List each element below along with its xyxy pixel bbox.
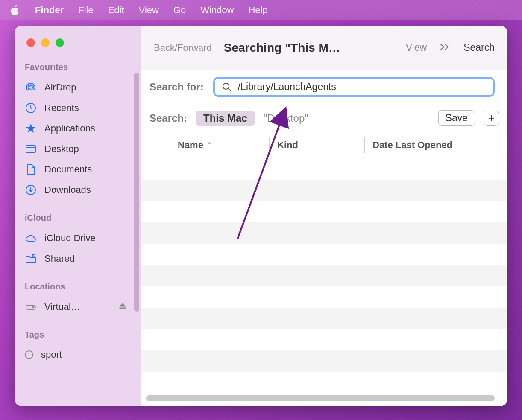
sidebar-item-label: AirDrop bbox=[44, 82, 76, 93]
search-for-bar: Search for: bbox=[141, 70, 507, 104]
sidebar-item-label: Documents bbox=[44, 164, 92, 175]
search-scope-bar: Search: This Mac "Desktop" Save + bbox=[141, 104, 507, 132]
applications-icon bbox=[25, 122, 37, 134]
menu-bar: Finder File Edit View Go Window Help bbox=[0, 0, 522, 20]
toolbar: Back/Forward Searching "This M… View Sea… bbox=[141, 26, 507, 70]
menu-view[interactable]: View bbox=[139, 5, 159, 16]
svg-point-7 bbox=[33, 307, 34, 308]
toolbar-search-label[interactable]: Search bbox=[463, 42, 495, 53]
sidebar-item-label: Shared bbox=[44, 253, 75, 264]
results-list bbox=[141, 158, 507, 406]
zoom-button[interactable] bbox=[56, 38, 64, 47]
sidebar-item-label: Desktop bbox=[44, 143, 79, 155]
back-forward-button[interactable]: Back/Forward bbox=[154, 42, 212, 53]
apple-menu-icon[interactable] bbox=[10, 3, 21, 17]
svg-point-0 bbox=[29, 86, 32, 89]
column-kind[interactable]: Kind bbox=[270, 140, 364, 151]
scope-this-mac[interactable]: This Mac bbox=[196, 111, 255, 126]
finder-window: Favourites AirDrop Recents Applications … bbox=[15, 26, 507, 406]
scope-label: Search: bbox=[150, 112, 187, 124]
sidebar-icloud-label: iCloud bbox=[15, 213, 141, 228]
sort-indicator-icon: ⌃ bbox=[207, 141, 212, 149]
sidebar-favourites-label: Favourites bbox=[15, 62, 141, 77]
menu-app[interactable]: Finder bbox=[35, 5, 64, 16]
document-icon bbox=[25, 163, 37, 175]
column-headers: Name ⌃ Kind Date Last Opened bbox=[141, 132, 507, 158]
add-criteria-button[interactable]: + bbox=[484, 111, 499, 126]
menu-window[interactable]: Window bbox=[200, 5, 234, 16]
sidebar-tags-label: Tags bbox=[15, 330, 141, 345]
sidebar-item-downloads[interactable]: Downloads bbox=[15, 180, 141, 200]
view-button[interactable]: View bbox=[406, 42, 427, 53]
column-date[interactable]: Date Last Opened bbox=[365, 140, 507, 151]
svg-point-9 bbox=[223, 83, 229, 89]
sidebar-locations-label: Locations bbox=[15, 282, 141, 297]
window-traffic-lights bbox=[15, 38, 141, 47]
sidebar-item-airdrop[interactable]: AirDrop bbox=[15, 77, 141, 98]
menu-edit[interactable]: Edit bbox=[108, 5, 124, 16]
drive-icon bbox=[25, 301, 37, 313]
sidebar-item-virtual-drive[interactable]: Virtual… bbox=[15, 297, 141, 317]
sidebar-scrollbar[interactable] bbox=[134, 73, 139, 312]
main-content: Back/Forward Searching "This M… View Sea… bbox=[141, 26, 507, 406]
sidebar-item-shared[interactable]: Shared bbox=[15, 248, 141, 269]
search-field[interactable] bbox=[213, 77, 495, 97]
airdrop-icon bbox=[25, 82, 37, 93]
sidebar-item-label: iCloud Drive bbox=[44, 233, 96, 244]
menu-go[interactable]: Go bbox=[173, 5, 186, 16]
eject-icon[interactable] bbox=[119, 301, 126, 312]
sidebar-item-desktop[interactable]: Desktop bbox=[15, 139, 141, 159]
sidebar-item-tag-sport[interactable]: sport bbox=[15, 345, 141, 365]
svg-line-10 bbox=[229, 89, 231, 91]
cloud-icon bbox=[25, 232, 37, 244]
menu-help[interactable]: Help bbox=[249, 5, 268, 16]
scope-desktop[interactable]: "Desktop" bbox=[264, 112, 308, 124]
column-name[interactable]: Name ⌃ bbox=[141, 140, 269, 151]
minimize-button[interactable] bbox=[41, 38, 50, 47]
sidebar-item-icloud-drive[interactable]: iCloud Drive bbox=[15, 228, 141, 248]
svg-rect-2 bbox=[26, 146, 35, 152]
sidebar-item-documents[interactable]: Documents bbox=[15, 159, 141, 180]
tag-circle-icon bbox=[25, 350, 33, 359]
menu-file[interactable]: File bbox=[78, 5, 93, 16]
horizontal-scrollbar[interactable] bbox=[146, 395, 495, 401]
sidebar-item-label: Virtual… bbox=[44, 301, 80, 312]
sidebar-item-recents[interactable]: Recents bbox=[15, 98, 141, 118]
svg-point-5 bbox=[32, 254, 35, 257]
save-search-button[interactable]: Save bbox=[438, 110, 475, 126]
column-name-label: Name bbox=[178, 140, 203, 151]
window-title: Searching "This M… bbox=[224, 41, 340, 55]
sidebar-item-applications[interactable]: Applications bbox=[15, 118, 141, 139]
sidebar-item-label: Applications bbox=[44, 123, 95, 134]
desktop-icon bbox=[25, 143, 37, 155]
search-icon bbox=[222, 82, 232, 92]
svg-rect-8 bbox=[120, 308, 126, 309]
sidebar: Favourites AirDrop Recents Applications … bbox=[15, 26, 141, 406]
sidebar-item-label: Recents bbox=[44, 102, 79, 114]
download-icon bbox=[25, 184, 37, 196]
chevron-right-icon[interactable] bbox=[439, 42, 452, 53]
search-for-label: Search for: bbox=[150, 81, 204, 93]
sidebar-item-label: Downloads bbox=[44, 184, 91, 195]
close-button[interactable] bbox=[26, 38, 35, 47]
clock-icon bbox=[25, 102, 37, 114]
sidebar-item-label: sport bbox=[41, 349, 62, 360]
shared-folder-icon bbox=[25, 253, 37, 265]
search-input[interactable] bbox=[238, 80, 486, 93]
